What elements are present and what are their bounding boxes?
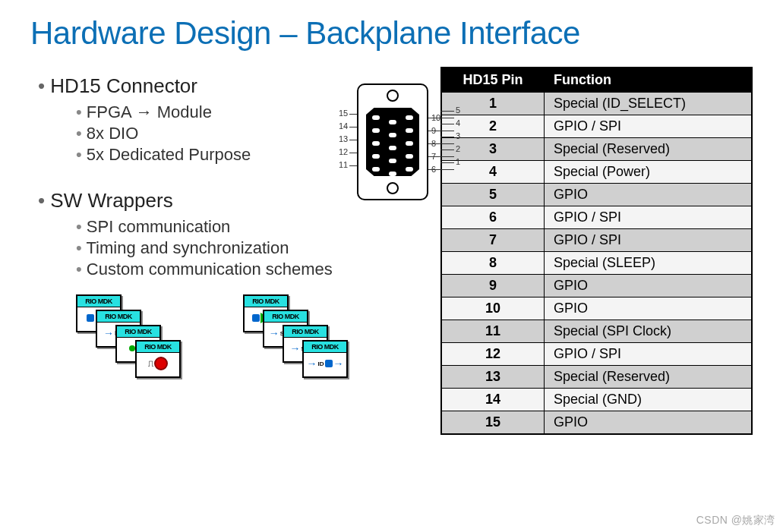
table-row: 10GPIO (441, 297, 752, 320)
table-row: 3Special (Reserved) (441, 138, 752, 161)
hd15-connector-diagram: 15 14 13 12 11 10 9 8 7 6 5 4 3 2 1 (304, 76, 471, 205)
hd15-pin-table: HD15 Pin Function 1Special (ID_SELECT)2G… (440, 67, 753, 435)
table-row: 14Special (GND) (441, 389, 752, 411)
pin-table-header-func: Function (545, 68, 753, 93)
vi-stack-spi: RIO MDKSPI RIO MDK→SPI1010 RIO MDK→SPI R… (243, 294, 365, 370)
table-row: 12GPIO / SPI (441, 343, 752, 366)
table-row: 15GPIO (441, 411, 752, 435)
table-row: 2GPIO / SPI (441, 115, 752, 138)
table-row: 8Special (SLEEP) (441, 252, 752, 275)
slide-title: Hardware Design – Backplane Interface (30, 15, 753, 52)
table-row: 13Special (Reserved) (441, 366, 752, 389)
vi-icon-group: RIO MDK∿EE RIO MDK→EE✎ RIO MDK↖⎍ RIO MDK… (30, 294, 425, 370)
sw-item-2: Timing and synchronization (76, 238, 425, 258)
table-row: 4Special (Power) (441, 161, 752, 184)
sw-item-1: SPI communication (76, 217, 425, 237)
sw-item-3: Custom communication schemes (76, 260, 425, 279)
table-row: 11Special (SPI Clock) (441, 320, 752, 343)
table-row: 6GPIO / SPI (441, 206, 752, 229)
table-row: 9GPIO (441, 275, 752, 297)
table-row: 7GPIO / SPI (441, 229, 752, 252)
table-row: 5GPIO (441, 184, 752, 206)
vi-stack-ee: RIO MDK∿EE RIO MDK→EE✎ RIO MDK↖⎍ RIO MDK… (76, 294, 197, 370)
table-row: 1Special (ID_SELECT) (441, 93, 752, 115)
watermark: CSDN @姚家湾 (696, 514, 775, 527)
